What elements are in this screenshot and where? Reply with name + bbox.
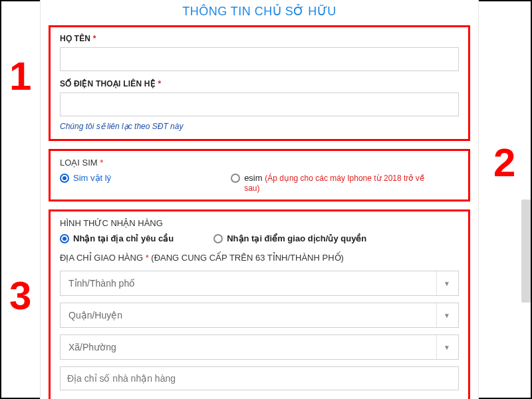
province-select[interactable]: Tỉnh/Thành phố ▼ — [60, 271, 459, 296]
page-title: THÔNG TIN CHỦ SỞ HỮU — [49, 0, 470, 25]
name-input[interactable] — [60, 47, 459, 71]
district-select[interactable]: Quận/Huyện ▼ — [60, 303, 459, 328]
select-placeholder: Xã/Phường — [68, 342, 116, 352]
address-label: ĐỊA CHỈ GIAO HÀNG * (ĐANG CUNG CẤP TRÊN … — [60, 253, 459, 263]
radio-icon — [231, 174, 240, 183]
required-mark: * — [158, 79, 161, 88]
name-label-text: HỌ TÊN — [60, 34, 90, 43]
delivery-radio-group: Nhận tại địa chỉ yêu cầu Nhận tại điểm g… — [60, 233, 459, 243]
radio-icon — [213, 234, 223, 243]
street-input[interactable] — [60, 366, 459, 390]
ward-select[interactable]: Xã/Phường ▼ — [60, 334, 459, 360]
sim-label: LOẠI SIM * — [60, 158, 459, 168]
radio-label: Nhận tại điểm giao dịch/ủy quyền — [227, 233, 366, 243]
sim-label-text: LOẠI SIM — [60, 158, 98, 168]
sim-radio-group: Sim vật lý esim (Áp dụng cho các máy Iph… — [60, 173, 459, 193]
address-label-text: ĐỊA CHỈ GIAO HÀNG — [60, 253, 143, 263]
radio-label: Nhận tại địa chỉ yêu cầu — [73, 233, 174, 243]
radio-delivery-store[interactable]: Nhận tại điểm giao dịch/ủy quyền — [213, 233, 366, 243]
radio-delivery-address[interactable]: Nhận tại địa chỉ yêu cầu — [60, 233, 174, 243]
section-sim: LOẠI SIM * Sim vật lý esim (Áp dụng cho … — [49, 149, 470, 201]
radio-label-wrap: esim (Áp dụng cho các máy Iphone từ 2018… — [244, 173, 430, 193]
esim-note: (Áp dụng cho các máy Iphone từ 2018 trở … — [244, 174, 424, 193]
radio-label: Sim vật lý — [73, 173, 111, 183]
annotation-1: 1 — [9, 53, 31, 99]
select-placeholder: Tỉnh/Thành phố — [68, 278, 135, 289]
phone-input[interactable] — [60, 92, 459, 116]
delivery-heading: HÌNH THỨC NHẬN HÀNG — [60, 218, 459, 228]
section-owner: HỌ TÊN * SỐ ĐIỆN THOẠI LIÊN HỆ * Chúng t… — [49, 25, 470, 141]
chevron-down-icon: ▼ — [436, 271, 450, 295]
name-label: HỌ TÊN * — [60, 34, 459, 43]
required-mark: * — [93, 34, 96, 43]
radio-icon — [60, 234, 69, 243]
annotation-2: 2 — [493, 140, 515, 186]
radio-sim-physical[interactable]: Sim vật lý — [60, 173, 111, 183]
section-delivery: HÌNH THỨC NHẬN HÀNG Nhận tại địa chỉ yêu… — [49, 209, 470, 399]
radio-sim-esim[interactable]: esim (Áp dụng cho các máy Iphone từ 2018… — [231, 173, 430, 193]
required-mark: * — [146, 253, 149, 263]
radio-label: esim — [244, 173, 262, 183]
phone-label: SỐ ĐIỆN THOẠI LIÊN HỆ * — [60, 79, 459, 88]
chevron-down-icon: ▼ — [436, 335, 450, 359]
form-panel: THÔNG TIN CHỦ SỞ HỮU HỌ TÊN * SỐ ĐIỆN TH… — [40, 0, 479, 399]
scrollbar-thumb[interactable] — [521, 200, 531, 303]
address-suffix: (ĐANG CUNG CẤP TRÊN 63 TỈNH/THÀNH PHỐ) — [151, 253, 344, 263]
select-placeholder: Quận/Huyện — [68, 310, 122, 321]
phone-label-text: SỐ ĐIỆN THOẠI LIÊN HỆ — [60, 79, 156, 88]
phone-hint: Chúng tôi sẽ liên lạc theo SĐT này — [60, 122, 459, 131]
chevron-down-icon: ▼ — [436, 303, 450, 327]
radio-icon — [60, 174, 69, 183]
required-mark: * — [100, 158, 103, 168]
annotation-3: 3 — [9, 273, 31, 319]
